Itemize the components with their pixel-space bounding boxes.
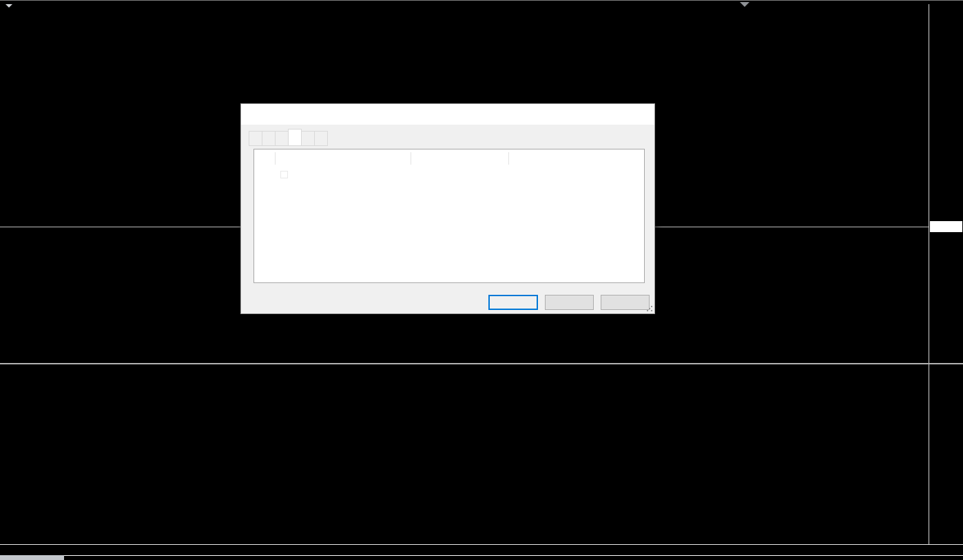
horizontal-scrollbar-thumb[interactable] <box>0 555 64 560</box>
color-row-selected[interactable] <box>254 167 644 182</box>
header-index[interactable] <box>254 152 276 165</box>
custom-indicator-dialog <box>240 103 655 314</box>
row-index <box>254 167 276 182</box>
ok-button[interactable] <box>488 295 538 310</box>
tab-common[interactable] <box>262 131 276 146</box>
chevron-down-icon[interactable] <box>6 4 12 8</box>
tab-inputs[interactable] <box>276 131 289 146</box>
time-axis-line <box>0 544 963 545</box>
reset-button[interactable] <box>601 295 650 310</box>
style-preview-line <box>517 174 637 175</box>
cancel-button[interactable] <box>545 295 594 310</box>
header-width[interactable] <box>411 152 509 165</box>
resize-grip[interactable] <box>646 305 653 312</box>
subwindow-separator[interactable] <box>0 363 963 364</box>
scroll-to-end-marker-icon[interactable] <box>740 2 749 7</box>
row-style-cell[interactable] <box>509 167 644 182</box>
green-color-swatch <box>280 171 288 178</box>
tab-levels[interactable] <box>302 131 315 146</box>
close-icon[interactable] <box>627 104 650 125</box>
dialog-titlebar[interactable] <box>241 104 654 125</box>
colors-table <box>253 149 645 283</box>
horizontal-scrollbar-track <box>64 555 963 556</box>
row-color-cell[interactable] <box>276 167 411 182</box>
tab-about[interactable] <box>249 131 262 146</box>
chart-symbol-label <box>6 4 17 8</box>
row-width-cell[interactable] <box>411 167 509 182</box>
tab-colors[interactable] <box>288 129 302 146</box>
tab-visualization[interactable] <box>315 131 328 146</box>
window-top-border <box>0 0 963 1</box>
width-preview-line <box>420 174 502 176</box>
header-style[interactable] <box>509 152 644 165</box>
price-axis-line <box>929 4 929 544</box>
mt4-chart-window <box>0 0 963 560</box>
header-color[interactable] <box>276 152 411 165</box>
table-header-row <box>254 149 644 167</box>
current-price-badge <box>930 221 962 232</box>
dialog-tabstrip <box>249 130 328 146</box>
help-button[interactable] <box>597 104 621 125</box>
